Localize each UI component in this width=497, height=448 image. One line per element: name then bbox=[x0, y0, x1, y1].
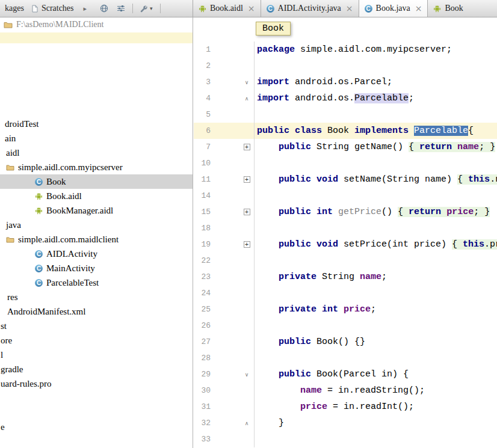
line-number: 27 bbox=[194, 337, 211, 346]
editor-tabbar: Book.aidl×CAIDLActivity.java×CBook.java×… bbox=[193, 0, 497, 17]
tree-item-bookmanager-aidl[interactable]: BookManager.aidl bbox=[0, 203, 193, 218]
tree-item-book-aidl[interactable]: Book.aidl bbox=[0, 189, 193, 203]
line-number: 23 bbox=[194, 272, 211, 281]
code-token: = in.readString(); bbox=[322, 385, 425, 396]
line-number: 18 bbox=[194, 224, 211, 233]
tab-packages[interactable]: kages bbox=[1, 0, 28, 17]
wrench-icon[interactable] bbox=[139, 4, 148, 13]
editor-tab-book[interactable]: Book bbox=[428, 0, 497, 17]
code-line-11[interactable]: 11+ public void setName(String name) { t… bbox=[194, 171, 497, 188]
scratch-file-icon bbox=[31, 5, 39, 13]
project-root-path[interactable]: F:\asDemo\MAIDLClient bbox=[4, 20, 103, 29]
code-text: package simple.aidl.com.myipcserver; bbox=[255, 41, 497, 58]
tab-scratches[interactable]: Scratches bbox=[28, 0, 78, 17]
tree-item-ore[interactable]: ore bbox=[0, 333, 193, 348]
code-line-2[interactable]: 2 bbox=[194, 58, 497, 74]
code-line-5[interactable]: 5 bbox=[194, 106, 497, 123]
code-line-26[interactable]: 26 bbox=[194, 318, 497, 334]
fold-open-icon[interactable]: ∨ bbox=[242, 370, 251, 379]
tree-item-ain[interactable]: ain bbox=[0, 131, 193, 146]
code-line-3[interactable]: 3∨import android.os.Parcel; bbox=[194, 74, 497, 90]
code-line-1[interactable]: 1package simple.aidl.com.myipcserver; bbox=[194, 41, 497, 58]
hidden-tabs-chevron-icon[interactable]: ▸ bbox=[84, 5, 87, 13]
fold-close-icon[interactable]: ∧ bbox=[242, 94, 251, 103]
fold-plus-icon[interactable]: + bbox=[242, 241, 251, 249]
editor-tab-book-java[interactable]: CBook.java× bbox=[359, 0, 428, 17]
dropdown-caret-icon: ▾ bbox=[150, 5, 153, 11]
code-token: Book(Parcel in) { bbox=[311, 369, 409, 379]
globe-icon[interactable] bbox=[100, 4, 108, 13]
code-line-31[interactable]: 31 price = in.readInt(); bbox=[194, 399, 497, 415]
code-line-30[interactable]: 30 name = in.readString(); bbox=[194, 382, 497, 399]
gutter: 25 bbox=[194, 301, 255, 318]
code-line-33[interactable]: 33 bbox=[194, 431, 497, 447]
code-line-28[interactable]: 28 bbox=[194, 350, 497, 366]
tree-item-mainactivity[interactable]: CMainActivity bbox=[0, 261, 193, 275]
code-line-25[interactable]: 25 private int price; bbox=[194, 301, 497, 318]
code-line-18[interactable]: 18 bbox=[194, 220, 497, 236]
editor-tab-book-aidl[interactable]: Book.aidl× bbox=[193, 0, 261, 17]
tree-item-blank[interactable] bbox=[0, 391, 193, 405]
tree-item-uard-rules-pro[interactable]: uard-rules.pro bbox=[0, 376, 193, 391]
tree-item-droidtest[interactable]: droidTest bbox=[0, 117, 193, 131]
fold-plus-icon[interactable]: + bbox=[242, 176, 251, 184]
fold-plus-box: + bbox=[244, 176, 250, 183]
line-number: 11 bbox=[194, 175, 211, 184]
code-line-6[interactable]: 6public class Book implements Parcelable… bbox=[194, 123, 497, 139]
fold-plus-icon[interactable]: + bbox=[242, 143, 251, 152]
fold-close-icon[interactable]: ∧ bbox=[242, 419, 251, 428]
code-text: private String name; bbox=[255, 269, 497, 285]
close-icon[interactable]: × bbox=[415, 4, 422, 13]
gutter: 15+ bbox=[194, 204, 255, 220]
code-line-24[interactable]: 24 bbox=[194, 285, 497, 301]
code-token: name bbox=[300, 385, 322, 396]
tree-item-l[interactable]: l bbox=[0, 348, 193, 362]
code-editor[interactable]: 1package simple.aidl.com.myipcserver;23∨… bbox=[194, 17, 497, 448]
fold-open-icon[interactable]: ∨ bbox=[242, 78, 251, 87]
fold-plus-icon[interactable]: + bbox=[242, 208, 251, 216]
code-line-14[interactable]: 14 bbox=[194, 188, 497, 204]
gutter: 23 bbox=[194, 269, 255, 285]
tree-item-simple-aidl-com-myipcserver[interactable]: simple.aidl.com.myipcserver bbox=[0, 160, 193, 174]
tree-item-blank[interactable] bbox=[0, 405, 193, 420]
editor-tab-label: Book.java bbox=[376, 4, 410, 13]
line-number: 33 bbox=[194, 435, 211, 444]
code-token: } bbox=[257, 418, 284, 428]
code-line-22[interactable]: 22 bbox=[194, 253, 497, 269]
code-token: price bbox=[344, 304, 371, 315]
tree-item-e[interactable]: e bbox=[0, 420, 193, 434]
tree-item-parcelabletest[interactable]: CParcelableTest bbox=[0, 275, 193, 290]
tree-item-label: AIDLActivity bbox=[46, 249, 97, 259]
code-token: name bbox=[457, 142, 479, 152]
editor-tab-aidlactivity-java[interactable]: CAIDLActivity.java× bbox=[261, 0, 359, 17]
code-token: public int bbox=[279, 207, 333, 217]
code-line-19[interactable]: 19+ public void setPrice(int price) { th… bbox=[194, 236, 497, 253]
code-text: public void setPrice(int price) { this.p… bbox=[255, 236, 497, 253]
tree-item-book[interactable]: CBook bbox=[0, 174, 193, 189]
tree-item-label: simple.aidl.com.myipcserver bbox=[18, 162, 123, 173]
tree-item-st[interactable]: st bbox=[0, 319, 193, 333]
close-icon[interactable]: × bbox=[248, 4, 255, 13]
code-line-7[interactable]: 7+ public String getName() { return name… bbox=[194, 139, 497, 155]
class-icon: C bbox=[35, 250, 43, 258]
tree-item-gradle[interactable]: gradle bbox=[0, 362, 193, 376]
view-options-icon[interactable] bbox=[117, 4, 125, 13]
tree-item-aidlactivity[interactable]: CAIDLActivity bbox=[0, 247, 193, 261]
code-line-15[interactable]: 15+ public int getPrice() { return price… bbox=[194, 204, 497, 220]
tree-item-simple-aidl-com-maidlclient[interactable]: simple.aidl.com.maidlclient bbox=[0, 232, 193, 247]
tree-item-androidmanifest-xml[interactable]: AndroidManifest.xml bbox=[0, 304, 193, 319]
line-number: 7 bbox=[194, 143, 211, 152]
code-line-27[interactable]: 27 public Book() {} bbox=[194, 334, 497, 350]
code-line-4[interactable]: 4∧import android.os.Parcelable; bbox=[194, 90, 497, 106]
tree-item-java[interactable]: java bbox=[0, 218, 193, 232]
code-line-32[interactable]: 32∧ } bbox=[194, 415, 497, 431]
close-icon[interactable]: × bbox=[346, 4, 353, 13]
code-line-29[interactable]: 29∨ public Book(Parcel in) { bbox=[194, 366, 497, 382]
package-icon bbox=[6, 164, 14, 171]
tree-item-blank[interactable] bbox=[0, 434, 193, 448]
code-line-10[interactable]: 10 bbox=[194, 155, 497, 171]
code-text: public int getPrice() { return price; } bbox=[255, 204, 497, 220]
code-line-23[interactable]: 23 private String name; bbox=[194, 269, 497, 285]
tree-item-res[interactable]: res bbox=[0, 290, 193, 304]
tree-item-aidl[interactable]: aidl bbox=[0, 146, 193, 160]
